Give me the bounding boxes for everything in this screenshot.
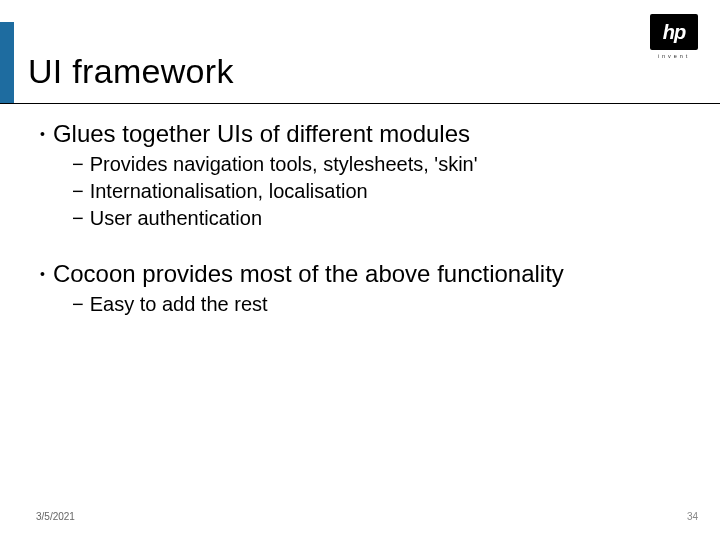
hp-logo: hp invent — [650, 14, 698, 59]
hp-logo-box: hp — [650, 14, 698, 50]
slide-title: UI framework — [28, 52, 234, 91]
sub-bullet: − Internationalisation, localisation — [72, 178, 680, 205]
sub-bullet-text: Provides navigation tools, stylesheets, … — [90, 151, 478, 178]
sub-bullet-text: User authentication — [90, 205, 262, 232]
dash-icon: − — [72, 178, 84, 205]
slide-content: • Glues together UIs of different module… — [40, 120, 680, 318]
hp-logo-text: hp — [663, 21, 685, 44]
dash-icon: − — [72, 205, 84, 232]
footer-page-number: 34 — [687, 511, 698, 522]
dash-icon: − — [72, 151, 84, 178]
bullet-2-text: Cocoon provides most of the above functi… — [53, 260, 564, 288]
bullet-dot-icon: • — [40, 262, 45, 286]
sub-bullet: − User authentication — [72, 205, 680, 232]
sub-bullet: − Easy to add the rest — [72, 291, 680, 318]
footer-date: 3/5/2021 — [36, 511, 75, 522]
bullet-2: • Cocoon provides most of the above func… — [40, 260, 680, 289]
bullet-dot-icon: • — [40, 122, 45, 146]
bullet-1-text: Glues together UIs of different modules — [53, 120, 470, 148]
hp-logo-subtext: invent — [650, 53, 698, 59]
sub-bullet-text: Internationalisation, localisation — [90, 178, 368, 205]
sub-bullet: − Provides navigation tools, stylesheets… — [72, 151, 680, 178]
title-underline — [0, 103, 720, 104]
dash-icon: − — [72, 291, 84, 318]
sub-bullet-text: Easy to add the rest — [90, 291, 268, 318]
accent-bar — [0, 22, 14, 104]
bullet-1: • Glues together UIs of different module… — [40, 120, 680, 149]
